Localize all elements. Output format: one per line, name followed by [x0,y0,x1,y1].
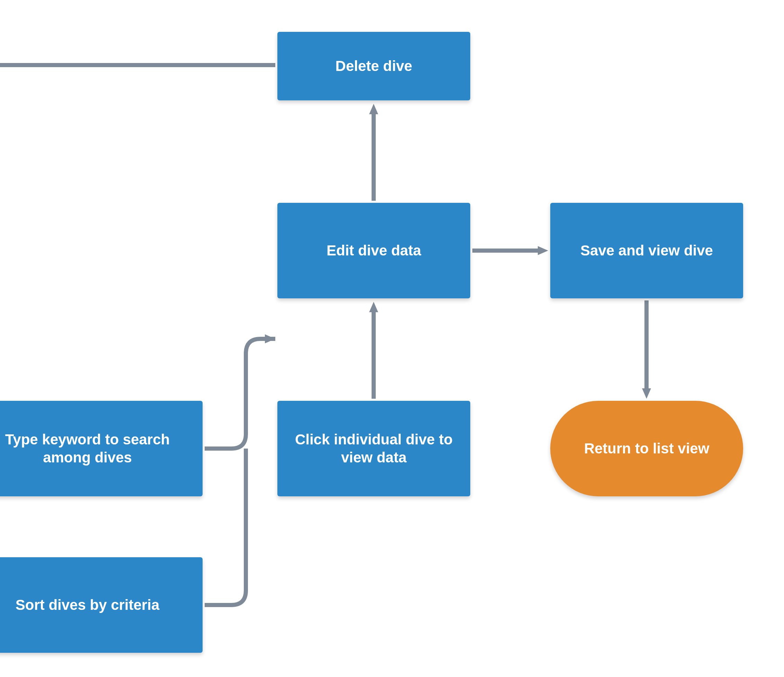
svg-marker-2 [369,104,378,114]
node-save-view: Save and view dive [550,203,743,298]
edge-save-to-return [642,300,651,399]
node-click-view: Click individual dive to view data [277,401,470,496]
node-return-list: Return to list view [550,401,743,496]
edge-edit-to-delete [369,104,378,201]
edge-edit-to-save [472,246,548,255]
edge-sort-to-click [205,449,246,605]
node-type-keyword: Type keyword to search among dives [0,401,202,496]
edge-keyword-to-click [205,334,275,449]
edge-click-to-edit [369,302,378,399]
node-label: Save and view dive [580,242,713,260]
flowchart-canvas: Delete diveEdit dive dataSave and view d… [0,0,784,677]
svg-marker-4 [369,302,378,312]
node-delete-dive: Delete dive [277,32,470,100]
node-label: Type keyword to search among dives [0,430,192,467]
node-label: Sort dives by criteria [16,596,160,614]
svg-marker-8 [642,388,651,399]
node-label: Delete dive [336,57,412,75]
node-edit-dive: Edit dive data [277,203,470,298]
node-label: Click individual dive to view data [288,430,460,467]
node-sort-criteria: Sort dives by criteria [0,557,202,653]
svg-marker-9 [265,334,275,343]
node-label: Edit dive data [327,242,421,260]
svg-marker-6 [538,246,548,255]
node-label: Return to list view [584,439,709,458]
